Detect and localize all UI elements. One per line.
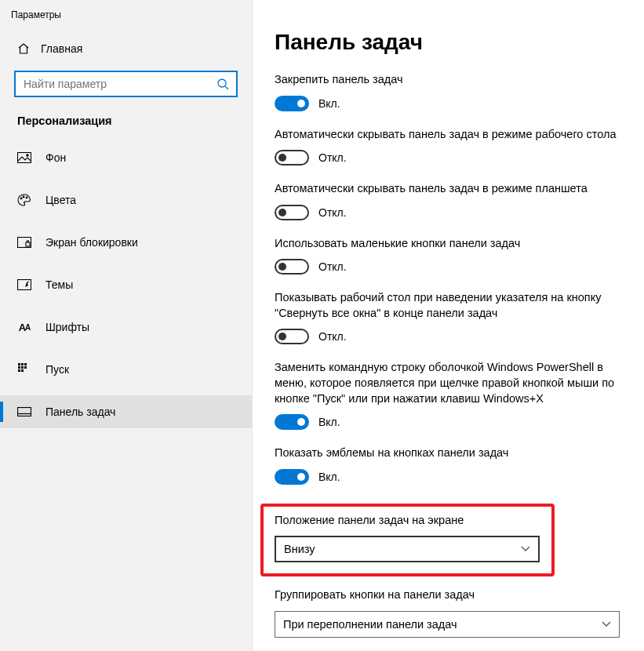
- setting-label: Автоматически скрывать панель задач в ре…: [275, 127, 620, 143]
- setting-combine-buttons: Группировать кнопки на панели задач При …: [275, 587, 620, 638]
- search-icon[interactable]: [214, 78, 231, 90]
- toggle-state: Откл.: [318, 260, 347, 273]
- svg-rect-7: [26, 242, 30, 246]
- setting-label: Положение панели задач на экране: [275, 513, 540, 529]
- toggle-state: Откл.: [318, 330, 347, 343]
- highlight-taskbar-position: Положение панели задач на экране Внизу: [260, 504, 555, 577]
- search-box[interactable]: [14, 71, 238, 97]
- sidebar: Параметры Главная Персонализация Фон: [0, 0, 253, 651]
- svg-rect-13: [21, 366, 24, 369]
- setting-lock-taskbar: Закрепить панель задач Вкл.: [275, 72, 620, 111]
- home-icon: [17, 42, 30, 55]
- svg-point-5: [26, 197, 27, 198]
- toggle-state: Вкл.: [318, 471, 340, 483]
- lock-screen-icon: [17, 235, 31, 249]
- image-icon: [17, 151, 31, 165]
- nav-fonts[interactable]: AA Шрифты: [0, 311, 252, 344]
- nav-label: Цвета: [45, 194, 76, 206]
- svg-rect-1: [18, 153, 31, 163]
- toggle-autohide-desktop[interactable]: [275, 150, 309, 165]
- dropdown-value: При переполнении панели задач: [283, 618, 457, 631]
- toggle-powershell[interactable]: [275, 414, 309, 430]
- svg-rect-11: [24, 363, 27, 366]
- nav-lock-screen[interactable]: Экран блокировки: [0, 226, 252, 259]
- svg-rect-14: [24, 366, 27, 369]
- setting-label: Показать эмблемы на кнопках панели задач: [275, 446, 620, 461]
- svg-point-2: [27, 155, 28, 156]
- home-label: Главная: [41, 42, 82, 55]
- svg-point-0: [218, 79, 226, 87]
- toggle-state: Откл.: [318, 206, 347, 219]
- setting-badges: Показать эмблемы на кнопках панели задач…: [275, 446, 620, 485]
- svg-rect-16: [21, 369, 24, 372]
- themes-icon: [17, 278, 31, 292]
- toggle-state: Вкл.: [318, 97, 340, 110]
- setting-label: Автоматически скрывать панель задач в ре…: [275, 181, 620, 197]
- setting-powershell: Заменить командную строку оболочкой Wind…: [275, 360, 620, 430]
- svg-rect-17: [18, 408, 31, 416]
- svg-rect-8: [18, 280, 31, 290]
- nav-label: Шрифты: [45, 321, 89, 333]
- setting-autohide-desktop: Автоматически скрывать панель задач в ре…: [275, 127, 620, 166]
- setting-label: Заменить командную строку оболочкой Wind…: [275, 360, 620, 406]
- chevron-down-icon: [602, 621, 611, 627]
- toggle-small-buttons[interactable]: [275, 259, 309, 275]
- fonts-icon: AA: [17, 320, 31, 334]
- nav-label: Экран блокировки: [45, 236, 138, 249]
- page-title: Панель задач: [275, 30, 622, 55]
- svg-rect-12: [18, 366, 20, 369]
- svg-rect-10: [21, 363, 24, 366]
- svg-rect-15: [18, 369, 20, 372]
- content-area: Панель задач Закрепить панель задач Вкл.…: [253, 0, 644, 651]
- search-container: [14, 71, 238, 97]
- setting-peek-desktop: Показывать рабочий стол при наведении ук…: [275, 290, 620, 344]
- palette-icon: [17, 193, 31, 207]
- svg-point-3: [20, 198, 22, 199]
- nav-label: Пуск: [45, 363, 69, 376]
- nav-themes[interactable]: Темы: [0, 268, 252, 301]
- toggle-state: Откл.: [318, 151, 347, 164]
- toggle-lock-taskbar[interactable]: [275, 96, 309, 111]
- dropdown-combine-buttons[interactable]: При переполнении панели задач: [275, 611, 620, 638]
- toggle-autohide-tablet[interactable]: [275, 205, 309, 220]
- setting-label: Группировать кнопки на панели задач: [275, 587, 620, 603]
- nav-colors[interactable]: Цвета: [0, 184, 252, 216]
- nav-background[interactable]: Фон: [0, 141, 252, 174]
- nav-label: Темы: [45, 278, 73, 291]
- nav-start[interactable]: Пуск: [0, 353, 252, 386]
- start-icon: [17, 362, 31, 376]
- toggle-peek-desktop[interactable]: [275, 329, 309, 344]
- dropdown-value: Внизу: [284, 543, 315, 555]
- svg-point-4: [23, 196, 24, 198]
- chevron-down-icon: [521, 546, 530, 552]
- nav-label: Панель задач: [45, 406, 115, 418]
- svg-rect-9: [18, 363, 20, 366]
- section-label: Персонализация: [0, 115, 252, 141]
- toggle-state: Вкл.: [318, 416, 340, 428]
- toggle-badges[interactable]: [275, 469, 309, 485]
- setting-label: Закрепить панель задач: [275, 72, 620, 88]
- setting-small-buttons: Использовать маленькие кнопки панели зад…: [275, 236, 620, 275]
- home-nav[interactable]: Главная: [0, 35, 252, 64]
- taskbar-icon: [17, 405, 31, 419]
- setting-autohide-tablet: Автоматически скрывать панель задач в ре…: [275, 181, 620, 220]
- setting-label: Показывать рабочий стол при наведении ук…: [275, 290, 620, 321]
- app-title: Параметры: [0, 0, 252, 35]
- setting-label: Использовать маленькие кнопки панели зад…: [275, 236, 620, 252]
- nav-label: Фон: [45, 151, 66, 164]
- search-input[interactable]: [24, 78, 214, 90]
- dropdown-taskbar-position[interactable]: Внизу: [275, 536, 540, 562]
- nav-taskbar[interactable]: Панель задач: [0, 395, 252, 428]
